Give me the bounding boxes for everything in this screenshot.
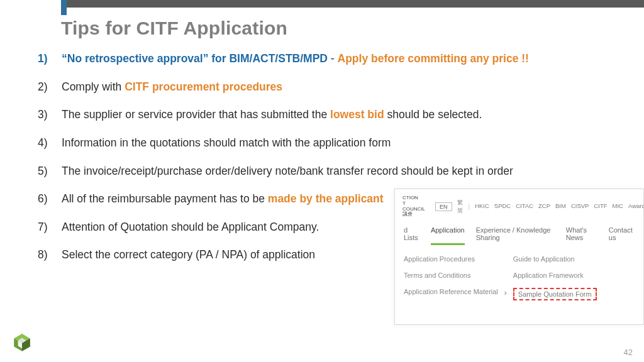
tip-3-a: The supplier or service provider that ha… — [62, 108, 330, 121]
submenu-terms[interactable]: Terms and Conditions — [404, 272, 498, 279]
website-inset: CTION T COUNCIL 議會 EN 繁 简 | HKIC SPDC CI… — [394, 189, 644, 325]
nav-application[interactable]: Application — [431, 226, 465, 241]
tip-1-orange: Apply before committing any price !! — [338, 52, 529, 65]
tip-1-blue: “No retrospective approval” for BIM/ACT/… — [62, 52, 328, 65]
submenu-sample-highlight[interactable]: Sample Quotation Form — [513, 288, 597, 300]
nav-eks[interactable]: Experience / Knowledge Sharing — [476, 226, 555, 241]
website-header: CTION T COUNCIL 議會 EN 繁 简 | HKIC SPDC CI… — [395, 189, 643, 220]
tip-6-orange: made by the applicant — [268, 192, 384, 205]
tip-1: “No retrospective approval” for BIM/ACT/… — [38, 52, 604, 67]
tip-1-dash: - — [328, 52, 338, 65]
brand-bim[interactable]: BIM — [555, 202, 566, 211]
tip-6-a: All of the reimbursable payment has to b… — [62, 192, 268, 205]
website-submenu: Application Procedures Terms and Conditi… — [395, 241, 643, 303]
submenu-framework[interactable]: Application Framework — [513, 272, 597, 279]
header-bar — [61, 0, 644, 8]
tip-2: Comply with CITF procurement procedures — [38, 80, 604, 95]
brand-zcp[interactable]: ZCP — [538, 202, 550, 211]
nav-news[interactable]: What's News — [566, 226, 597, 241]
tip-8-text: Select the correct category (PA / NPA) o… — [62, 248, 315, 261]
lang-en-button[interactable]: EN — [435, 202, 452, 211]
brand-hkic[interactable]: HKIC — [475, 202, 489, 211]
tip-3: The supplier or service provider that ha… — [38, 107, 604, 123]
brand-mic[interactable]: MIC — [613, 202, 623, 211]
brand-citf[interactable]: CITF — [594, 202, 607, 211]
logo-line-1: CTION — [402, 195, 425, 201]
lang-other[interactable]: 繁 简 — [457, 199, 464, 215]
footer-logo-icon — [11, 332, 33, 353]
brand-spdc[interactable]: SPDC — [494, 202, 511, 211]
tip-2-a: Comply with — [62, 80, 125, 93]
brand-cisvp[interactable]: CISVP — [571, 202, 589, 211]
tip-4-text: Information in the quotations should mat… — [62, 136, 391, 149]
page-number: 42 — [624, 348, 633, 357]
tip-5: The invoice/receipt/purchase order/deliv… — [38, 164, 604, 179]
logo-line-3: 議會 — [402, 212, 425, 217]
tip-7-text: Attention of Quotation should be Applica… — [62, 221, 319, 233]
nav-contact[interactable]: Contact us — [609, 226, 635, 241]
logo-line-2: T COUNCIL — [402, 201, 425, 212]
header-accent — [61, 0, 67, 15]
brand-citac[interactable]: CITAC — [516, 202, 533, 211]
page-title: Tips for CITF Application — [61, 18, 287, 39]
submenu-guide[interactable]: Guide to Application — [513, 255, 597, 263]
website-nav: d Lists Application Experience / Knowled… — [395, 220, 643, 241]
submenu-left: Application Procedures Terms and Conditi… — [404, 255, 498, 300]
tip-4: Information in the quotations should mat… — [38, 136, 604, 151]
tip-5-text: The invoice/receipt/purchase order/deliv… — [62, 165, 513, 177]
brand-row: HKIC SPDC CITAC ZCP BIM CISVP CITF MIC A… — [475, 202, 644, 211]
submenu-refmat[interactable]: Application Reference Material — [404, 288, 498, 295]
tip-3-orange: lowest bid — [330, 108, 384, 121]
nav-lists[interactable]: d Lists — [404, 226, 419, 241]
submenu-right: Guide to Application Application Framewo… — [513, 255, 597, 300]
tip-3-b: should be selected. — [384, 108, 482, 121]
submenu-procedures[interactable]: Application Procedures — [404, 255, 498, 263]
website-logo-text: CTION T COUNCIL 議會 — [402, 195, 425, 217]
brand-awards[interactable]: Awards — [628, 202, 644, 211]
tip-2-orange: CITF procurement procedures — [125, 80, 282, 93]
